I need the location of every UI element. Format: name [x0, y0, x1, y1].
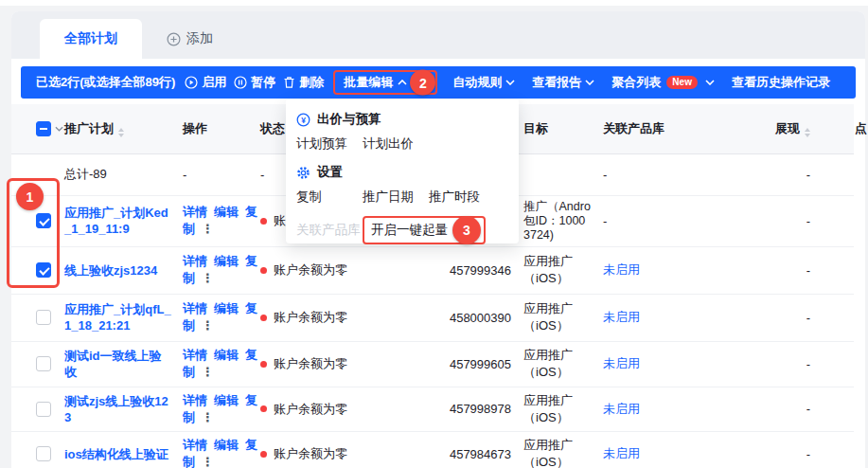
pause-button[interactable]: 暂停 — [234, 74, 275, 91]
tab-add[interactable]: 添加 — [142, 19, 238, 59]
aggregate-list-button[interactable]: 聚合列表 New — [611, 74, 715, 91]
status-text: 账户余额为零 — [274, 355, 347, 372]
delete-button[interactable]: 删除 — [283, 74, 324, 91]
kebab-menu-icon[interactable]: ⋮ — [202, 410, 214, 424]
impressions-cell: - — [710, 195, 822, 246]
status-dot — [260, 218, 267, 225]
product-lib-cell: 未启用 — [596, 387, 710, 431]
menu-item-plan-budget[interactable]: 计划预算 — [296, 135, 363, 153]
target-cell: 应用推广（iOS） — [516, 341, 596, 387]
view-report-button[interactable]: 查看报告 — [532, 74, 594, 91]
clicks-cell — [822, 294, 854, 341]
product-lib-cell: 未启用 — [596, 431, 710, 468]
op-link-1[interactable]: 编辑 — [214, 438, 239, 452]
target-cell: 推广（Andro包ID：10003724) — [516, 195, 596, 246]
select-all-checkbox[interactable] — [36, 121, 51, 136]
sort-icon[interactable] — [805, 128, 810, 137]
plan-name-cell: 应用推广_计划Ked_1_19_11:9 — [64, 195, 180, 246]
checkbox-cell — [11, 294, 64, 341]
col-header-impressions[interactable]: 展现 — [710, 104, 822, 153]
svg-text:¥: ¥ — [301, 115, 306, 124]
status-cell: 账户余额为零 — [260, 341, 431, 387]
auto-rules-button[interactable]: 自动规则 — [452, 74, 515, 91]
product-lib-cell: 未启用 — [596, 341, 710, 387]
trash-icon — [283, 76, 295, 89]
ops-cell: 详情编辑复制⋮ — [180, 341, 260, 387]
target-cell: 应用推广（iOS） — [516, 246, 596, 294]
menu-item-promo-period[interactable]: 推广时段 — [429, 189, 495, 206]
plus-circle-icon — [167, 32, 181, 46]
plan-checkbox[interactable] — [36, 402, 51, 417]
col-header-target: 目标 — [516, 104, 596, 153]
ops-cell: 详情编辑复制⋮ — [180, 431, 260, 468]
kebab-menu-icon[interactable]: ⋮ — [202, 365, 214, 379]
kebab-menu-icon[interactable]: ⋮ — [202, 318, 214, 333]
batch-edit-button[interactable]: 批量编辑 2 — [333, 70, 437, 95]
table-row: 线上验收zjs1234详情编辑复制⋮账户余额为零457999346应用推广（iO… — [11, 246, 854, 294]
op-link-0[interactable]: 详情 — [183, 301, 207, 315]
op-link-0[interactable]: 详情 — [183, 205, 207, 219]
enable-button[interactable]: 启用 — [185, 74, 226, 91]
op-link-0[interactable]: 详情 — [183, 254, 207, 268]
new-badge: New — [666, 76, 698, 89]
chevron-down-icon — [705, 80, 715, 85]
product-lib-link[interactable]: 未启用 — [603, 356, 640, 370]
target-line: 推广（Andro — [523, 200, 596, 214]
op-link-0[interactable]: 详情 — [183, 393, 207, 407]
op-link-1[interactable]: 编辑 — [214, 205, 239, 219]
kebab-menu-icon[interactable]: ⋮ — [202, 271, 214, 285]
status-dot — [260, 315, 267, 321]
annotation-step-1: 1 — [16, 183, 44, 210]
plan-name-cell: 测试zjs线上验收123 — [64, 387, 180, 431]
checkbox-cell — [11, 431, 64, 468]
tab-all-plans[interactable]: 全部计划 — [40, 19, 142, 59]
menu-item-plan-bid[interactable]: 计划出价 — [363, 135, 429, 153]
plan-name-link[interactable]: 应用推广_计划qfL_1_18_21:21 — [64, 301, 172, 333]
ops-cell: - — [180, 153, 260, 195]
status-dot — [260, 361, 267, 368]
chevron-down-icon[interactable] — [55, 126, 63, 132]
op-link-1[interactable]: 编辑 — [214, 393, 239, 407]
plan-name-link[interactable]: ios结构化线上验证 — [64, 446, 172, 462]
chevron-down-icon — [585, 80, 594, 85]
menu-item-promo-date[interactable]: 推广日期 — [363, 189, 429, 206]
impressions-cell: - — [710, 294, 822, 341]
plan-checkbox[interactable] — [36, 356, 51, 371]
menu-item-one-click-boost[interactable]: 开启一键起量 3 — [363, 216, 486, 244]
op-link-0[interactable]: 详情 — [183, 348, 207, 362]
product-lib-link[interactable]: 未启用 — [603, 310, 640, 324]
product-lib-link[interactable]: 未启用 — [603, 402, 640, 416]
plan-name-link[interactable]: 测试id一致线上验收 — [64, 348, 172, 380]
product-lib-link[interactable]: 未启用 — [603, 262, 640, 277]
op-link-1[interactable]: 编辑 — [214, 254, 239, 268]
annotation-step-3: 3 — [452, 216, 481, 244]
product-lib-cell: - — [596, 195, 710, 246]
plan-id-cell: 458000390 — [431, 294, 516, 341]
plan-name-link[interactable]: 应用推广_计划Ked_1_19_11:9 — [64, 205, 172, 237]
tab-add-label: 添加 — [186, 30, 213, 47]
op-link-1[interactable]: 编辑 — [214, 301, 239, 315]
sort-icon[interactable] — [118, 128, 124, 137]
target-cell: 应用推广（iOS） — [516, 431, 596, 468]
status-cell: 账户余额为零 — [260, 431, 431, 468]
campaign-list-card: 全部计划 添加 已选2行(或选择全部89行) 启用 暂停 删除 批量编辑 — [11, 11, 865, 468]
product-lib-cell: 未启用 — [596, 246, 710, 294]
history-button[interactable]: 查看历史操作记录 — [732, 74, 830, 91]
op-link-1[interactable]: 编辑 — [214, 348, 239, 362]
plan-checkbox[interactable] — [36, 310, 51, 325]
ops-cell: 详情编辑复制⋮ — [180, 246, 260, 294]
plan-checkbox[interactable] — [36, 446, 51, 461]
menu-item-copy[interactable]: 复制 — [296, 189, 363, 206]
plan-name-cell: 总计-89 — [64, 153, 180, 195]
yen-circle-icon: ¥ — [296, 113, 310, 127]
plan-name-link[interactable]: 线上验收zjs1234 — [64, 262, 172, 279]
kebab-menu-icon[interactable]: ⋮ — [202, 222, 214, 236]
status-wrap: 账户余额为零 — [260, 309, 347, 326]
col-header-plan[interactable]: 推广计划 — [64, 104, 180, 153]
op-link-0[interactable]: 详情 — [183, 438, 207, 452]
plan-name-link[interactable]: 测试zjs线上验收123 — [64, 393, 172, 425]
product-lib-link[interactable]: 未启用 — [603, 446, 640, 460]
col-header-ops: 操作 — [180, 104, 260, 153]
kebab-menu-icon[interactable]: ⋮ — [202, 455, 214, 468]
plan-name-cell: 应用推广_计划qfL_1_18_21:21 — [64, 294, 180, 341]
